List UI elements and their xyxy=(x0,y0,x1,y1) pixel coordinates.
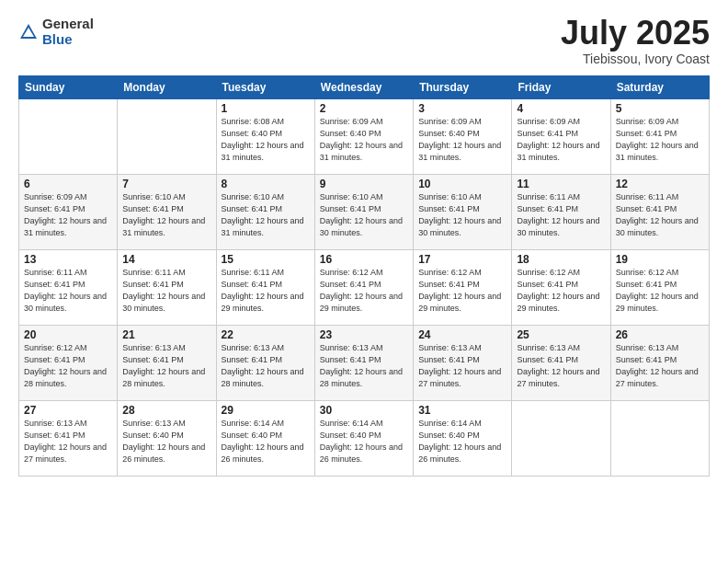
title-location: Tiebissou, Ivory Coast xyxy=(561,52,710,66)
logo: General Blue xyxy=(18,17,94,47)
weekday-header: Saturday xyxy=(610,76,709,99)
calendar-cell: 6Sunrise: 6:09 AM Sunset: 6:41 PM Daylig… xyxy=(19,175,118,250)
day-number: 23 xyxy=(320,328,408,341)
page: General Blue July 2025 Tiebissou, Ivory … xyxy=(0,0,728,563)
calendar-cell: 22Sunrise: 6:13 AM Sunset: 6:41 PM Dayli… xyxy=(216,326,314,401)
day-number: 25 xyxy=(517,328,605,341)
day-number: 26 xyxy=(616,328,704,341)
day-number: 11 xyxy=(517,178,605,190)
weekday-header: Tuesday xyxy=(216,76,314,99)
day-info: Sunrise: 6:13 AM Sunset: 6:41 PM Dayligh… xyxy=(24,418,112,465)
calendar-cell: 1Sunrise: 6:08 AM Sunset: 6:40 PM Daylig… xyxy=(216,99,314,175)
day-number: 9 xyxy=(320,178,408,190)
logo-icon xyxy=(18,22,39,42)
title-month: July 2025 xyxy=(561,17,710,50)
day-info: Sunrise: 6:13 AM Sunset: 6:40 PM Dayligh… xyxy=(122,418,210,465)
title-block: July 2025 Tiebissou, Ivory Coast xyxy=(561,17,710,66)
calendar-week-row: 27Sunrise: 6:13 AM Sunset: 6:41 PM Dayli… xyxy=(19,401,710,477)
day-number: 21 xyxy=(122,328,210,341)
calendar-cell: 29Sunrise: 6:14 AM Sunset: 6:40 PM Dayli… xyxy=(216,401,314,477)
day-number: 7 xyxy=(122,178,210,190)
day-number: 10 xyxy=(418,178,506,190)
day-info: Sunrise: 6:12 AM Sunset: 6:41 PM Dayligh… xyxy=(418,267,506,315)
day-info: Sunrise: 6:13 AM Sunset: 6:41 PM Dayligh… xyxy=(616,342,704,390)
weekday-header: Thursday xyxy=(414,76,512,99)
logo-general: General xyxy=(42,17,94,32)
day-info: Sunrise: 6:11 AM Sunset: 6:41 PM Dayligh… xyxy=(24,267,112,315)
calendar-week-row: 6Sunrise: 6:09 AM Sunset: 6:41 PM Daylig… xyxy=(19,175,710,250)
day-number: 18 xyxy=(517,253,605,266)
calendar-cell: 11Sunrise: 6:11 AM Sunset: 6:41 PM Dayli… xyxy=(512,175,610,250)
day-number: 13 xyxy=(24,253,112,266)
calendar-cell xyxy=(118,99,216,175)
header: General Blue July 2025 Tiebissou, Ivory … xyxy=(18,17,710,66)
weekday-header-row: SundayMondayTuesdayWednesdayThursdayFrid… xyxy=(19,76,710,99)
calendar-cell xyxy=(610,401,709,477)
calendar-cell: 14Sunrise: 6:11 AM Sunset: 6:41 PM Dayli… xyxy=(118,250,216,326)
day-number: 2 xyxy=(320,102,408,115)
day-number: 22 xyxy=(222,328,310,341)
day-info: Sunrise: 6:10 AM Sunset: 6:41 PM Dayligh… xyxy=(418,191,506,239)
day-info: Sunrise: 6:10 AM Sunset: 6:41 PM Dayligh… xyxy=(222,191,310,239)
day-number: 20 xyxy=(24,328,112,341)
calendar-cell: 18Sunrise: 6:12 AM Sunset: 6:41 PM Dayli… xyxy=(512,250,610,326)
day-number: 4 xyxy=(517,102,605,115)
day-number: 29 xyxy=(222,404,310,417)
calendar-week-row: 1Sunrise: 6:08 AM Sunset: 6:40 PM Daylig… xyxy=(19,99,710,175)
day-number: 31 xyxy=(418,404,506,417)
day-info: Sunrise: 6:09 AM Sunset: 6:40 PM Dayligh… xyxy=(418,116,506,164)
weekday-header: Wednesday xyxy=(314,76,413,99)
day-number: 27 xyxy=(24,404,112,417)
calendar-cell: 17Sunrise: 6:12 AM Sunset: 6:41 PM Dayli… xyxy=(414,250,512,326)
day-number: 8 xyxy=(222,178,310,190)
calendar-cell: 12Sunrise: 6:11 AM Sunset: 6:41 PM Dayli… xyxy=(610,175,709,250)
day-number: 19 xyxy=(616,253,704,266)
calendar-cell: 15Sunrise: 6:11 AM Sunset: 6:41 PM Dayli… xyxy=(216,250,314,326)
calendar-cell: 8Sunrise: 6:10 AM Sunset: 6:41 PM Daylig… xyxy=(216,175,314,250)
day-number: 30 xyxy=(320,404,408,417)
day-number: 15 xyxy=(222,253,310,266)
day-number: 14 xyxy=(122,253,210,266)
calendar-cell: 26Sunrise: 6:13 AM Sunset: 6:41 PM Dayli… xyxy=(610,326,709,401)
calendar-cell: 24Sunrise: 6:13 AM Sunset: 6:41 PM Dayli… xyxy=(414,326,512,401)
calendar-cell: 28Sunrise: 6:13 AM Sunset: 6:40 PM Dayli… xyxy=(118,401,216,477)
calendar-cell: 30Sunrise: 6:14 AM Sunset: 6:40 PM Dayli… xyxy=(314,401,413,477)
day-info: Sunrise: 6:13 AM Sunset: 6:41 PM Dayligh… xyxy=(517,342,605,390)
day-info: Sunrise: 6:14 AM Sunset: 6:40 PM Dayligh… xyxy=(222,418,310,465)
calendar-cell: 5Sunrise: 6:09 AM Sunset: 6:41 PM Daylig… xyxy=(610,99,709,175)
logo-blue: Blue xyxy=(42,32,94,48)
day-info: Sunrise: 6:12 AM Sunset: 6:41 PM Dayligh… xyxy=(320,267,408,315)
calendar-cell: 31Sunrise: 6:14 AM Sunset: 6:40 PM Dayli… xyxy=(414,401,512,477)
calendar-cell: 7Sunrise: 6:10 AM Sunset: 6:41 PM Daylig… xyxy=(118,175,216,250)
day-number: 12 xyxy=(616,178,704,190)
day-info: Sunrise: 6:11 AM Sunset: 6:41 PM Dayligh… xyxy=(222,267,310,315)
day-info: Sunrise: 6:13 AM Sunset: 6:41 PM Dayligh… xyxy=(122,342,210,390)
day-number: 6 xyxy=(24,178,112,190)
day-number: 1 xyxy=(222,102,310,115)
calendar-cell: 2Sunrise: 6:09 AM Sunset: 6:40 PM Daylig… xyxy=(314,99,413,175)
calendar-cell: 27Sunrise: 6:13 AM Sunset: 6:41 PM Dayli… xyxy=(19,401,118,477)
day-number: 3 xyxy=(418,102,506,115)
day-info: Sunrise: 6:12 AM Sunset: 6:41 PM Dayligh… xyxy=(24,342,112,390)
calendar-cell: 20Sunrise: 6:12 AM Sunset: 6:41 PM Dayli… xyxy=(19,326,118,401)
day-number: 16 xyxy=(320,253,408,266)
weekday-header: Monday xyxy=(118,76,216,99)
calendar-table: SundayMondayTuesdayWednesdayThursdayFrid… xyxy=(18,75,710,477)
day-info: Sunrise: 6:13 AM Sunset: 6:41 PM Dayligh… xyxy=(222,342,310,390)
day-info: Sunrise: 6:13 AM Sunset: 6:41 PM Dayligh… xyxy=(320,342,408,390)
day-number: 24 xyxy=(418,328,506,341)
day-number: 17 xyxy=(418,253,506,266)
calendar-cell: 25Sunrise: 6:13 AM Sunset: 6:41 PM Dayli… xyxy=(512,326,610,401)
calendar-cell: 16Sunrise: 6:12 AM Sunset: 6:41 PM Dayli… xyxy=(314,250,413,326)
weekday-header: Sunday xyxy=(19,76,118,99)
day-info: Sunrise: 6:11 AM Sunset: 6:41 PM Dayligh… xyxy=(122,267,210,315)
day-info: Sunrise: 6:12 AM Sunset: 6:41 PM Dayligh… xyxy=(616,267,704,315)
day-info: Sunrise: 6:09 AM Sunset: 6:41 PM Dayligh… xyxy=(616,116,704,164)
calendar-cell: 9Sunrise: 6:10 AM Sunset: 6:41 PM Daylig… xyxy=(314,175,413,250)
day-number: 5 xyxy=(616,102,704,115)
day-number: 28 xyxy=(122,404,210,417)
calendar-cell: 10Sunrise: 6:10 AM Sunset: 6:41 PM Dayli… xyxy=(414,175,512,250)
day-info: Sunrise: 6:08 AM Sunset: 6:40 PM Dayligh… xyxy=(222,116,310,164)
weekday-header: Friday xyxy=(512,76,610,99)
calendar-cell: 3Sunrise: 6:09 AM Sunset: 6:40 PM Daylig… xyxy=(414,99,512,175)
